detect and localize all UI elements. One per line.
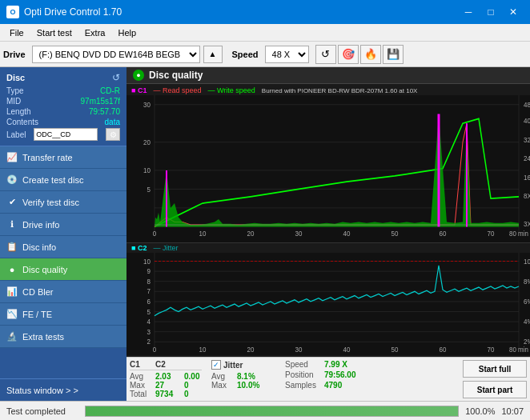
svg-text:60: 60 <box>440 230 447 238</box>
menu-start-test[interactable]: Start test <box>30 26 78 39</box>
sidebar-item-extra-tests[interactable]: 🔬 Extra tests <box>0 326 126 348</box>
jitter-avg-val: 8.1% <box>237 372 255 381</box>
speed-select[interactable]: 8 X 16 X 24 X 32 X 48 X Max <box>265 46 309 63</box>
disc-info-header: Disc ↺ <box>6 72 120 83</box>
disc-info-icon: 📋 <box>6 242 18 253</box>
legend-write-speed: — Write speed <box>208 86 255 94</box>
svg-text:40: 40 <box>343 230 351 238</box>
avg-label: Avg <box>130 372 152 381</box>
title-bar: O Opti Drive Control 1.70 ─ □ ✕ <box>0 0 530 24</box>
status-window-button[interactable]: Status window > > <box>0 378 126 401</box>
cd-bler-icon: 📊 <box>6 286 18 298</box>
sidebar-label-verify-test-disc: Verify test disc <box>22 198 79 207</box>
progress-bar-fill <box>86 406 458 416</box>
svg-text:10: 10 <box>199 346 207 354</box>
sidebar-item-drive-info[interactable]: ℹ Drive info <box>0 214 126 236</box>
svg-text:30: 30 <box>295 346 303 354</box>
sidebar: Disc ↺ Type CD-R MID 97m15s17f Length 79… <box>0 67 126 401</box>
progress-bar-container <box>85 406 459 417</box>
sidebar-item-create-test-disc[interactable]: 💿 Create test disc <box>0 169 126 191</box>
svg-text:10%: 10% <box>524 258 530 265</box>
max-label: Max <box>130 381 152 390</box>
speed-row: Speed 7.99 X <box>285 360 373 369</box>
menu-help[interactable]: Help <box>111 26 143 39</box>
menu-extra[interactable]: Extra <box>78 26 112 39</box>
sidebar-label-disc-quality: Disc quality <box>22 265 67 274</box>
disc-type-label: Type <box>6 86 24 95</box>
sidebar-label-extra-tests: Extra tests <box>22 332 64 342</box>
maximize-button[interactable]: □ <box>480 4 501 20</box>
svg-text:10: 10 <box>143 258 151 265</box>
status-window-label: Status window > > <box>6 386 78 395</box>
main-content: Disc ↺ Type CD-R MID 97m15s17f Length 79… <box>0 67 530 401</box>
svg-text:20: 20 <box>247 346 255 354</box>
sidebar-item-fe-te[interactable]: 📉 FE / TE <box>0 303 126 326</box>
target-button[interactable]: 🎯 <box>338 45 359 64</box>
svg-text:8: 8 <box>147 278 151 286</box>
c1-header: C1 <box>130 360 152 369</box>
svg-text:0: 0 <box>153 230 157 238</box>
sidebar-item-verify-test-disc[interactable]: ✔ Verify test disc <box>0 191 126 214</box>
fe-te-icon: 📉 <box>6 309 18 320</box>
sidebar-item-disc-quality[interactable]: ● Disc quality <box>0 258 126 281</box>
legend-burned: Burned with PIONEER BD-RW BDR-207M 1.60 … <box>262 87 418 94</box>
jitter-avg-label: Avg <box>211 372 234 381</box>
charts-area: ■ C1 — Read speed — Write speed Burned w… <box>126 84 530 357</box>
svg-text:48X: 48X <box>524 101 530 110</box>
samples-row: Samples 4790 <box>285 381 373 390</box>
svg-text:2%: 2% <box>524 338 530 346</box>
disc-length-label: Length <box>6 107 31 116</box>
svg-text:6: 6 <box>147 298 151 306</box>
stats-controls-area: C1 C2 Avg 2.03 0.00 Max 27 0 Total 9734 … <box>126 357 530 401</box>
svg-text:3: 3 <box>147 329 151 336</box>
disc-quality-header: ● Disc quality <box>126 67 530 84</box>
start-part-button[interactable]: Start part <box>463 381 527 398</box>
svg-text:0: 0 <box>153 346 157 354</box>
minimize-button[interactable]: ─ <box>458 4 479 20</box>
svg-text:32X: 32X <box>524 135 530 144</box>
start-full-button[interactable]: Start full <box>463 360 527 378</box>
legend-c2: ■ C2 <box>131 244 147 252</box>
disc-refresh-icon[interactable]: ↺ <box>112 72 120 83</box>
save-button[interactable]: 💾 <box>383 45 404 64</box>
drive-bar: Drive (F:) BENQ DVD DD EW164B BEGB ▲ Spe… <box>0 42 530 67</box>
speed-stat-val: 7.99 X <box>324 360 347 369</box>
drive-label: Drive <box>3 50 26 59</box>
c1-stats: C1 C2 Avg 2.03 0.00 Max 27 0 Total 9734 … <box>130 360 202 398</box>
extra-tests-icon: 🔬 <box>6 331 18 342</box>
svg-text:8%: 8% <box>524 278 530 286</box>
drive-select[interactable]: (F:) BENQ DVD DD EW164B BEGB <box>32 46 200 63</box>
refresh-button[interactable]: ↺ <box>315 45 336 64</box>
close-button[interactable]: ✕ <box>503 4 524 20</box>
sidebar-item-cd-bler[interactable]: 📊 CD Bler <box>0 281 126 303</box>
svg-text:8X: 8X <box>524 192 530 201</box>
max-row: Max 27 0 <box>130 381 202 390</box>
svg-text:40: 40 <box>343 346 351 354</box>
menu-file[interactable]: File <box>3 26 30 39</box>
chart1-svg: 30 20 10 5 48X 40X 32X 24X 16X 8X 3X 0 1… <box>126 95 530 241</box>
disc-label-row: Label ⚙ <box>6 128 120 141</box>
chart2-svg: 10 9 8 7 6 5 4 3 2 10% 8% 6% 4% 2% 0 <box>126 253 530 354</box>
burn-button[interactable]: 🔥 <box>360 45 381 64</box>
sidebar-item-transfer-rate[interactable]: 📈 Transfer rate <box>0 146 126 169</box>
jitter-checkbox-row: ✓ Jitter <box>211 360 275 370</box>
disc-length-row: Length 79:57.70 <box>6 107 120 116</box>
label-settings-button[interactable]: ⚙ <box>106 128 120 141</box>
svg-text:16X: 16X <box>524 173 530 182</box>
disc-label-input[interactable] <box>34 128 98 141</box>
app-icon: O <box>6 6 19 18</box>
right-panel: ● Disc quality ■ C1 — Read speed — Write… <box>126 67 530 401</box>
sidebar-item-disc-info[interactable]: 📋 Disc info <box>0 236 126 258</box>
status-bar: Test completed 100.0% 10:07 <box>0 401 530 420</box>
title-text: Opti Drive Control 1.70 <box>24 6 122 18</box>
disc-info-panel: Disc ↺ Type CD-R MID 97m15s17f Length 79… <box>0 67 126 146</box>
position-label: Position <box>285 370 321 379</box>
eject-button[interactable]: ▲ <box>203 46 223 63</box>
svg-text:7: 7 <box>147 288 151 295</box>
svg-text:50: 50 <box>391 230 399 238</box>
disc-label-label: Label <box>6 130 26 139</box>
svg-text:5: 5 <box>147 185 151 194</box>
c2-header: C2 <box>155 360 178 369</box>
create-test-disc-icon: 💿 <box>6 174 18 186</box>
jitter-checkbox[interactable]: ✓ <box>211 360 221 370</box>
